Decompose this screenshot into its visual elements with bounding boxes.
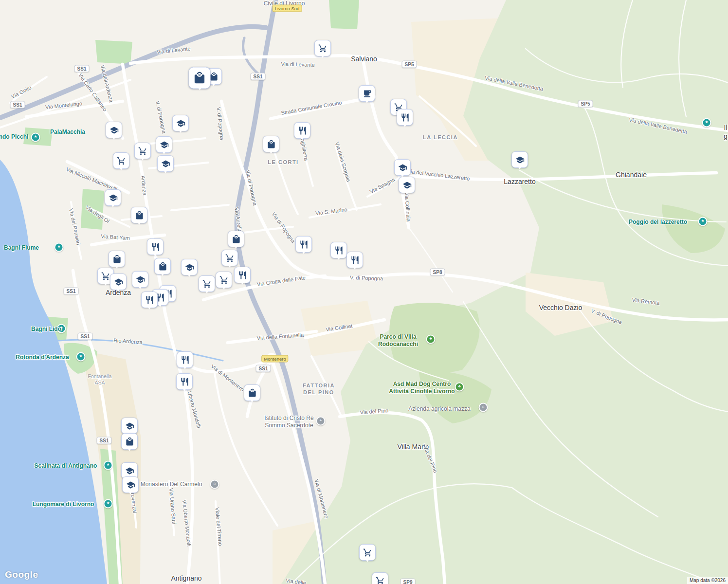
place-label: FATTORIA DEL PINO [303,383,335,396]
restaurant-marker[interactable] [141,292,158,308]
route-shield: SP8 [430,269,445,276]
place-label: Il g [724,124,728,141]
restaurant-marker[interactable] [147,238,164,255]
cart-marker[interactable] [359,544,376,561]
cart-marker[interactable] [372,572,388,584]
school-marker[interactable] [121,418,138,434]
pin-tail [158,303,163,310]
school-marker[interactable] [181,259,198,275]
google-logo: Google [5,569,38,580]
lungomare-dot[interactable]: ★ [104,499,113,509]
map-canvas[interactable]: ★★★★★★★★♣♣⌂+⌂ SalvianoLA LECCIALE CORTIL… [0,0,728,584]
place-label: Fontanella ASA [88,373,111,386]
bag-icon [158,262,167,271]
coffee-marker[interactable] [359,85,375,102]
pin-tail [163,169,168,176]
pin-tail [187,273,192,279]
restaurant-icon [238,271,247,280]
school-marker[interactable] [157,155,174,172]
restaurant-icon [350,256,360,265]
bag-marker[interactable] [263,136,279,152]
exit-badge: Livorno Sud [273,5,302,12]
cart-marker[interactable] [134,143,151,159]
cart-icon [138,146,147,156]
route-shield: SS1 [256,365,271,372]
restaurant-marker[interactable] [294,122,310,139]
mad-dog-park-dot[interactable]: ♣ [455,383,464,392]
pin-tail [147,306,152,312]
bag-marker[interactable] [109,251,125,267]
cart-marker[interactable] [113,152,129,169]
pin-tail [140,157,145,163]
cart-icon [225,254,235,263]
place-label: Scalinata di Antignano [35,462,97,470]
pin-tail [301,250,306,256]
route-shield: SP5 [578,100,593,108]
poggio-lazzeretto-dot[interactable]: ★ [698,217,708,226]
pin-tail [211,82,216,89]
bag-marker[interactable] [154,258,171,274]
attraction-dot[interactable]: ★ [702,118,711,128]
restaurant-marker[interactable] [177,351,193,368]
palamacchia-dot[interactable]: ★ [31,133,40,142]
bag-marker[interactable] [189,67,211,89]
bag-marker[interactable] [131,207,147,223]
azienda-agricola-dot[interactable]: ⌂ [479,403,488,412]
cart-marker[interactable] [216,272,232,288]
pin-tail [365,558,370,565]
school-marker[interactable] [511,151,528,168]
pin-tail [204,290,209,296]
parco-rodocanacchi-dot[interactable]: ♣ [426,335,436,344]
school-marker[interactable] [122,476,139,493]
school-marker[interactable] [399,177,415,193]
pin-tail [197,87,202,93]
pin-tail [517,165,522,172]
pin-tail [364,99,369,106]
pin-tail [138,285,143,292]
exit-badge: Montenero [261,355,288,363]
cart-icon [363,548,372,557]
route-shield: SS1 [10,101,25,109]
cart-marker[interactable] [221,250,238,266]
restaurant-marker[interactable] [397,109,413,126]
restaurant-marker[interactable] [176,373,193,390]
place-label: LA LECCIA [423,134,458,141]
school-marker[interactable] [106,122,122,138]
restaurant-marker[interactable] [346,252,363,268]
restaurant-marker[interactable] [234,267,251,283]
school-icon [125,421,134,431]
bag-marker[interactable] [228,231,244,247]
bag-marker[interactable] [244,384,260,401]
school-marker[interactable] [105,189,121,206]
cart-icon [101,272,110,281]
school-marker[interactable] [156,136,172,153]
school-marker[interactable] [172,115,189,131]
rotonda-ardenza-dot[interactable]: ★ [76,352,86,362]
restaurant-icon [145,295,154,305]
school-marker[interactable] [394,159,411,176]
map-attribution: Map data ©2026 [687,577,728,584]
restaurant-marker[interactable] [295,236,312,253]
place-label: LE CORTI [268,159,298,166]
pin-tail [160,272,165,278]
pin-tail [127,447,132,454]
place-label: Asd Mad Dog Centro Attività Cinofile Liv… [389,381,455,395]
school-marker[interactable] [110,274,127,290]
bagni-fiume-dot[interactable]: ★ [55,243,64,252]
school-marker[interactable] [132,271,148,288]
pin-tail [404,191,409,197]
scalinata-dot[interactable]: ★ [104,461,113,470]
restaurant-marker[interactable] [330,242,347,258]
bag-marker[interactable] [121,433,138,450]
cart-marker[interactable] [199,275,215,292]
restaurant-icon [400,113,410,122]
church-dot[interactable]: + [316,417,326,426]
route-shield: SP9 [400,579,416,584]
bag-icon [125,437,134,446]
road-label: Via di Levante [281,61,315,69]
pin-tail [402,123,407,129]
monastero-dot[interactable]: ⌂ [210,480,219,489]
cart-marker[interactable] [314,40,331,56]
restaurant-icon [181,355,190,365]
route-shield: SS1 [97,437,112,444]
